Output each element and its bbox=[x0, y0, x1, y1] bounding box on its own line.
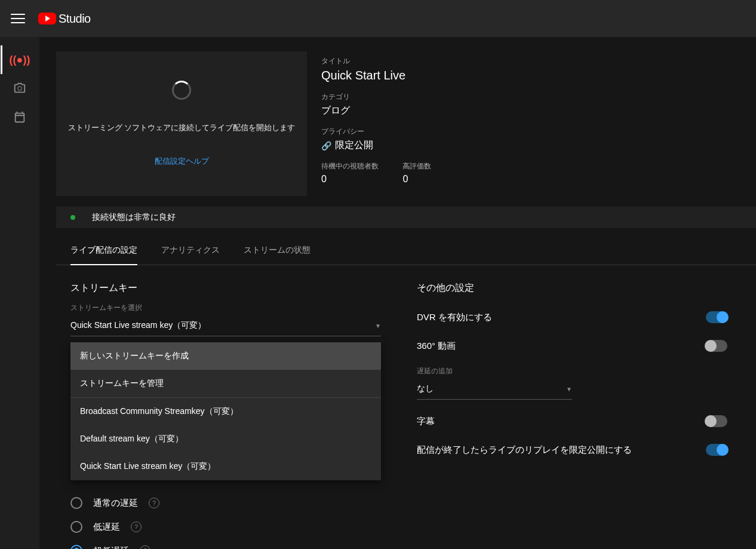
tab-settings[interactable]: ライブ配信の設定 bbox=[70, 245, 137, 265]
radio-low-latency[interactable] bbox=[70, 521, 82, 533]
logo[interactable]: Studio bbox=[38, 12, 91, 26]
captions-label: 字幕 bbox=[417, 416, 435, 427]
category-label: カテゴリ bbox=[321, 92, 453, 102]
likes-value: 0 bbox=[402, 174, 431, 185]
likes-label: 高評価数 bbox=[402, 161, 431, 171]
main-content: ストリーミング ソフトウェアに接続してライブ配信を開始します 配信設定ヘルプ タ… bbox=[39, 37, 756, 549]
brand-text: Studio bbox=[59, 12, 91, 26]
delay-label: 遅延の追加 bbox=[417, 366, 727, 376]
stream-help-link[interactable]: 配信設定ヘルプ bbox=[155, 156, 209, 167]
radio-ultralow-latency[interactable] bbox=[70, 545, 82, 549]
preview-message: ストリーミング ソフトウェアに接続してライブ配信を開始します bbox=[68, 122, 296, 133]
connection-status-bar: 接続状態は非常に良好 bbox=[56, 207, 756, 228]
viewers-value: 0 bbox=[321, 174, 379, 185]
sidebar-item-webcam[interactable] bbox=[1, 74, 38, 103]
tab-analytics[interactable]: アナリティクス bbox=[161, 245, 220, 265]
category-value: ブログ bbox=[321, 105, 453, 117]
loading-spinner-icon bbox=[172, 81, 191, 100]
stream-key-select[interactable]: Quick Start Live stream key（可変） ▼ bbox=[70, 317, 381, 336]
stream-title: Quick Start Live bbox=[321, 69, 453, 82]
broadcast-icon: ((●)) bbox=[10, 54, 30, 66]
calendar-icon bbox=[13, 111, 26, 124]
sidebar-item-stream[interactable]: ((●)) bbox=[1, 45, 38, 74]
dropdown-manage-keys[interactable]: ストリームキーを管理 bbox=[70, 370, 381, 397]
chevron-down-icon: ▼ bbox=[566, 386, 572, 392]
sidebar: ((●)) bbox=[0, 37, 39, 549]
sidebar-item-manage[interactable] bbox=[1, 103, 38, 131]
menu-icon[interactable] bbox=[11, 11, 25, 26]
youtube-play-icon bbox=[38, 13, 56, 24]
status-text: 接続状態は非常に良好 bbox=[92, 212, 176, 223]
captions-toggle[interactable] bbox=[706, 415, 727, 427]
radio-ultralow-label: 超低遅延 bbox=[93, 545, 129, 550]
delay-select[interactable]: なし ▼ bbox=[417, 380, 572, 400]
tabs: ライブ配信の設定 アナリティクス ストリームの状態 bbox=[56, 245, 756, 265]
stream-key-dropdown: 新しいストリームキーを作成 ストリームキーを管理 Broadcast Commu… bbox=[70, 342, 381, 480]
chevron-down-icon: ▼ bbox=[375, 323, 381, 329]
delay-value: なし bbox=[417, 384, 434, 394]
stream-key-select-label: ストリームキーを選択 bbox=[70, 303, 381, 313]
camera-icon bbox=[13, 82, 26, 95]
title-label: タイトル bbox=[321, 56, 453, 66]
dropdown-key-broadcast[interactable]: Broadcast Community Streamkey（可変） bbox=[70, 398, 381, 425]
replay-label: 配信が終了したらライブのリプレイを限定公開にする bbox=[417, 444, 632, 456]
video360-toggle[interactable] bbox=[706, 340, 727, 352]
help-icon[interactable]: ? bbox=[149, 498, 159, 508]
help-icon[interactable]: ? bbox=[140, 545, 150, 549]
preview-panel: ストリーミング ソフトウェアに接続してライブ配信を開始します 配信設定ヘルプ bbox=[56, 51, 307, 196]
privacy-value: 限定公開 bbox=[335, 139, 373, 152]
radio-low-label: 低遅延 bbox=[93, 522, 120, 533]
video360-label: 360° 動画 bbox=[417, 341, 456, 352]
viewers-label: 待機中の視聴者数 bbox=[321, 161, 379, 171]
dvr-label: DVR を有効にする bbox=[417, 312, 492, 323]
app-header: Studio bbox=[0, 0, 756, 37]
other-settings-title: その他の設定 bbox=[417, 282, 727, 295]
link-icon: 🔗 bbox=[321, 141, 331, 151]
dvr-toggle[interactable] bbox=[706, 311, 727, 323]
stream-key-section-title: ストリームキー bbox=[70, 282, 381, 295]
privacy-label: プライバシー bbox=[321, 127, 453, 137]
stream-key-selected: Quick Start Live stream key（可変） bbox=[70, 320, 206, 331]
replay-toggle[interactable] bbox=[706, 444, 727, 456]
radio-normal-latency[interactable] bbox=[70, 497, 82, 509]
help-icon[interactable]: ? bbox=[131, 522, 142, 532]
status-dot-icon bbox=[70, 215, 75, 220]
dropdown-create-key[interactable]: 新しいストリームキーを作成 bbox=[70, 342, 381, 370]
stream-info: タイトル Quick Start Live カテゴリ ブログ プライバシー 🔗 … bbox=[321, 51, 453, 196]
radio-normal-label: 通常の遅延 bbox=[93, 498, 138, 509]
dropdown-key-quickstart[interactable]: Quick Start Live stream key（可変） bbox=[70, 453, 381, 480]
tab-health[interactable]: ストリームの状態 bbox=[244, 245, 311, 265]
dropdown-key-default[interactable]: Default stream key（可変） bbox=[70, 425, 381, 453]
